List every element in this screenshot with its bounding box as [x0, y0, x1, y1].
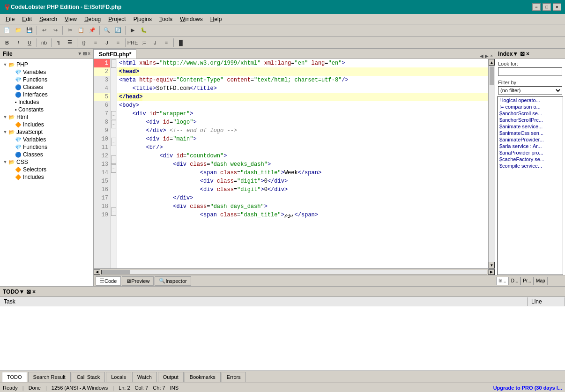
index-btab-d[interactable]: D...: [509, 277, 521, 285]
btab-output[interactable]: Output: [158, 372, 184, 382]
maximize-button[interactable]: □: [543, 3, 551, 11]
fold-1[interactable]: −: [111, 59, 116, 68]
code-area[interactable]: 1 2 3 4 5 6 7 8 9 10 11 12 13 14: [94, 59, 495, 268]
btab-search-result[interactable]: Search Result: [28, 372, 71, 382]
tree-item-javascript[interactable]: ▼ 📂 JavaScript: [0, 128, 93, 136]
format-btn9[interactable]: :=: [139, 38, 149, 47]
index-item-9[interactable]: $ariaProvider pro...: [498, 149, 563, 156]
editor-content[interactable]: 1 2 3 4 5 6 7 8 9 10 11 12 13 14: [94, 59, 495, 275]
code-lines[interactable]: <html xmlns="http://www.w3.org/1999/xhtm…: [117, 59, 488, 268]
paste-button[interactable]: 📌: [87, 26, 97, 35]
run-button[interactable]: ▶: [127, 26, 138, 35]
tree-item-css-selectors[interactable]: 🔶 Selectors: [0, 166, 93, 173]
bottom-tab-code[interactable]: ☰ Code: [96, 276, 121, 286]
save-button[interactable]: 💾: [24, 26, 35, 35]
fold-10[interactable]: −: [111, 138, 116, 146]
v-scrollbar[interactable]: ▲ ▼: [488, 59, 495, 268]
undo-button[interactable]: ↩: [39, 26, 49, 35]
todo-float[interactable]: ⊠: [26, 288, 31, 295]
bottom-tab-inspector[interactable]: 🔍 Inspector: [155, 276, 191, 286]
menu-help[interactable]: Help: [207, 15, 226, 23]
index-item-11[interactable]: $compile service...: [498, 163, 563, 169]
copy-button[interactable]: 📋: [76, 26, 86, 35]
bold-button[interactable]: B: [2, 38, 12, 47]
menu-file[interactable]: File: [2, 15, 18, 23]
index-panel-pin[interactable]: ▼: [513, 51, 518, 57]
tree-item-php[interactable]: ▼ 📂 PHP: [0, 61, 93, 68]
editor-tab-softfd[interactable]: SoftFD.php*: [94, 49, 136, 59]
file-panel-pin[interactable]: ▼: [77, 51, 82, 56]
index-item-6[interactable]: $animateCss sen...: [498, 130, 563, 136]
tree-item-php-constants[interactable]: ▪ Constants: [0, 106, 93, 113]
fold-8[interactable]: −: [111, 120, 116, 128]
cut-button[interactable]: ✂: [65, 26, 75, 35]
index-filterby-select[interactable]: (no filter): [498, 86, 562, 95]
index-item-5[interactable]: $animate service...: [498, 123, 563, 130]
btab-todo[interactable]: TODO: [2, 372, 27, 382]
index-item-3[interactable]: $anchorScroll se...: [498, 110, 563, 117]
format-btn5[interactable]: ≡: [90, 38, 101, 47]
menu-search[interactable]: Search: [36, 15, 61, 23]
expand-js[interactable]: ▼: [2, 130, 8, 134]
italic-button[interactable]: I: [13, 38, 23, 47]
index-panel-close[interactable]: ×: [526, 51, 529, 57]
scroll-thumb[interactable]: [490, 67, 494, 85]
tree-item-js-functions[interactable]: 💎 Functions: [0, 143, 93, 151]
expand-php[interactable]: ▼: [2, 62, 8, 67]
format-btn8[interactable]: PRE: [127, 38, 138, 47]
hscroll-track[interactable]: [101, 270, 487, 274]
code-lines-container[interactable]: − − − − −: [111, 59, 495, 268]
file-panel-close[interactable]: ×: [88, 51, 90, 56]
tab-nav-next[interactable]: ▶: [485, 53, 489, 59]
scroll-track[interactable]: [489, 66, 495, 262]
new-button[interactable]: 📄: [2, 26, 12, 35]
format-btn11[interactable]: ≡: [161, 38, 171, 47]
scroll-up[interactable]: ▲: [489, 59, 495, 66]
status-upgrade[interactable]: Upgrade to PRO (30 days l...: [493, 385, 562, 391]
format-btn10[interactable]: J: [150, 38, 160, 47]
menu-project[interactable]: Project: [104, 15, 129, 23]
index-item-10[interactable]: $cacheFactory se...: [498, 156, 563, 163]
format-btn12[interactable]: █: [176, 38, 186, 47]
hscroll-left[interactable]: ◀: [94, 269, 100, 275]
open-button[interactable]: 📁: [13, 26, 23, 35]
format-btn3[interactable]: ☰: [65, 38, 75, 47]
tab-close[interactable]: ×: [490, 53, 493, 59]
hscroll-right[interactable]: ▶: [488, 269, 495, 275]
fold-12[interactable]: −: [111, 155, 116, 164]
format-btn7[interactable]: ≡: [113, 38, 123, 47]
tree-item-php-variables[interactable]: 💎 Variables: [0, 68, 93, 76]
index-item-4[interactable]: $anchorScrollPrc...: [498, 117, 563, 123]
tree-item-js-classes[interactable]: 🔵 Classes: [0, 151, 93, 158]
fold-18[interactable]: −: [111, 207, 116, 216]
bottom-tab-preview[interactable]: 🖥 Preview: [122, 276, 154, 286]
menu-tools[interactable]: Tools: [156, 15, 176, 23]
fold-6[interactable]: [111, 102, 117, 111]
btab-call-stack[interactable]: Call Stack: [72, 372, 105, 382]
btab-bookmarks[interactable]: Bookmarks: [185, 372, 221, 382]
index-item-2[interactable]: != comparison o...: [498, 104, 563, 110]
index-btab-map[interactable]: Map: [534, 277, 547, 285]
btab-errors[interactable]: Errors: [222, 372, 246, 382]
replace-button[interactable]: 🔄: [113, 26, 123, 35]
tree-item-css-includes[interactable]: 🔶 Includes: [0, 173, 93, 181]
underline-button[interactable]: U: [24, 38, 35, 47]
tree-item-html[interactable]: ▼ 📂 Html: [0, 113, 93, 121]
redo-button[interactable]: ↪: [50, 26, 60, 35]
tree-item-php-includes[interactable]: ▪ Includes: [0, 98, 93, 106]
tree-item-js-variables[interactable]: 💎 Variables: [0, 136, 93, 143]
format-btn1[interactable]: nb: [39, 38, 49, 47]
expand-css[interactable]: ▼: [2, 160, 8, 164]
scroll-down[interactable]: ▼: [489, 262, 495, 268]
tree-item-php-functions[interactable]: 💎 Functions: [0, 76, 93, 83]
close-button[interactable]: ×: [553, 3, 561, 11]
file-panel-float[interactable]: ⊠: [83, 51, 87, 56]
tree-item-css[interactable]: ▼ 📂 CSS: [0, 158, 93, 166]
hscroll-thumb[interactable]: [102, 270, 130, 274]
tree-item-php-classes[interactable]: 🔵 Classes: [0, 83, 93, 91]
menu-edit[interactable]: Edit: [18, 15, 36, 23]
menu-view[interactable]: View: [61, 15, 81, 23]
index-btab-in[interactable]: In...: [496, 277, 509, 285]
index-item-8[interactable]: $aria service : Ar...: [498, 143, 563, 149]
code-hscroll[interactable]: ◀ ▶: [94, 268, 495, 275]
